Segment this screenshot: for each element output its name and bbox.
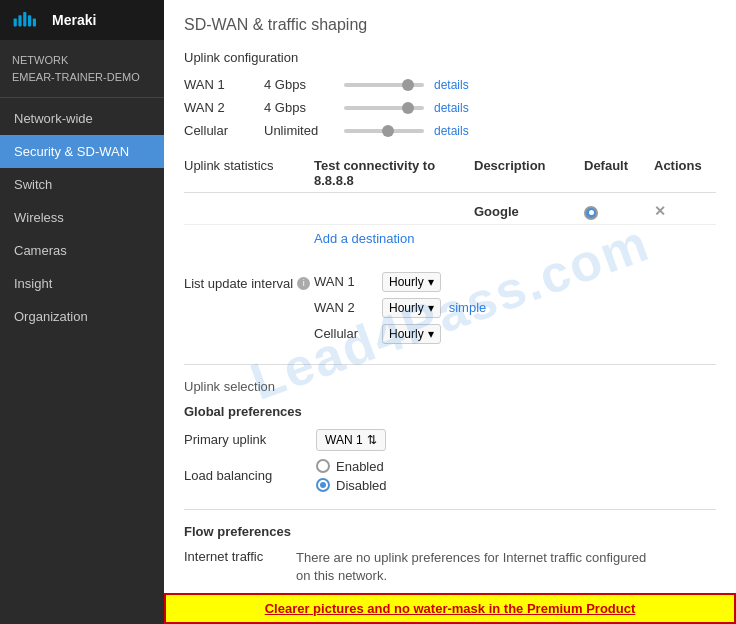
promo-text: Clearer pictures and no water-mask in th… (265, 601, 636, 616)
stats-test-col: Test connectivity to 8.8.8.8 (314, 158, 474, 188)
promo-banner: Clearer pictures and no water-mask in th… (164, 593, 736, 624)
uplink-row-wan1: WAN 1 4 Gbps details (184, 77, 716, 92)
wan2-details-link[interactable]: details (434, 101, 469, 115)
stats-actions-col: Actions (654, 158, 714, 173)
wan2-interval-dropdown[interactable]: Hourly ▾ (382, 298, 441, 318)
stats-header: Uplink statistics Test connectivity to 8… (184, 158, 716, 193)
wan1-interval-label: WAN 1 (314, 274, 374, 289)
uplink-sel-title: Uplink selection (184, 379, 716, 394)
disabled-radio[interactable] (316, 478, 330, 492)
sidebar-item-security-sd-wan[interactable]: Security & SD-WAN (0, 135, 164, 168)
sidebar-item-organization[interactable]: Organization (0, 300, 164, 333)
list-update-section: List update interval i WAN 1 Hourly ▾ WA… (184, 272, 716, 344)
sidebar-item-wireless[interactable]: Wireless (0, 201, 164, 234)
uplink-statistics-section: Uplink statistics Test connectivity to 8… (184, 158, 716, 252)
wan2-interval-row: WAN 2 Hourly ▾ simple (314, 298, 486, 318)
flow-pref-title: Flow preferences (184, 524, 716, 539)
wan2-interval-label: WAN 2 (314, 300, 374, 315)
simple-link[interactable]: simple (449, 300, 487, 315)
sidebar-divider (0, 97, 164, 98)
stats-desc-col: Description (474, 158, 584, 173)
add-destination-link[interactable]: Add a destination (314, 231, 414, 246)
load-enabled-option[interactable]: Enabled (316, 459, 387, 474)
wan2-speed: 4 Gbps (264, 100, 334, 115)
stats-data-row-google: Google ✕ (184, 199, 716, 225)
sidebar-item-network-wide[interactable]: Network-wide (0, 102, 164, 135)
cellular-interval-row: Cellular Hourly ▾ (314, 324, 486, 344)
uplink-config-title: Uplink configuration (184, 50, 716, 65)
global-pref-title: Global preferences (184, 404, 716, 419)
cellular-interval-dropdown[interactable]: Hourly ▾ (382, 324, 441, 344)
wan1-interval-row: WAN 1 Hourly ▾ (314, 272, 486, 292)
info-icon[interactable]: i (297, 277, 310, 290)
enabled-label: Enabled (336, 459, 384, 474)
load-balancing-label: Load balancing (184, 468, 304, 483)
svg-rect-2 (23, 12, 26, 26)
wan2-label: WAN 2 (184, 100, 254, 115)
default-radio[interactable] (584, 206, 598, 220)
internet-traffic-label: Internet traffic (184, 549, 284, 564)
network-label: NETWORK (12, 52, 152, 69)
cisco-logo-icon (12, 10, 44, 30)
uplink-row-cellular: Cellular Unlimited details (184, 123, 716, 138)
list-update-row: List update interval i WAN 1 Hourly ▾ WA… (184, 272, 716, 344)
disabled-label: Disabled (336, 478, 387, 493)
app-name: Meraki (52, 12, 96, 28)
svg-rect-0 (14, 18, 17, 26)
load-disabled-option[interactable]: Disabled (316, 478, 387, 493)
wan1-slider[interactable] (344, 83, 424, 87)
cellular-label: Cellular (184, 123, 254, 138)
network-name: EMEAR-TRAINER-DEMO (12, 69, 152, 86)
primary-uplink-row: Primary uplink WAN 1 ⇅ (184, 429, 716, 451)
google-desc: Google (474, 204, 584, 219)
sidebar: Meraki NETWORK EMEAR-TRAINER-DEMO Networ… (0, 0, 164, 624)
wan1-interval-dropdown[interactable]: Hourly ▾ (382, 272, 441, 292)
sidebar-item-cameras[interactable]: Cameras (0, 234, 164, 267)
primary-uplink-label: Primary uplink (184, 432, 304, 447)
svg-rect-1 (18, 15, 21, 26)
internet-traffic-row: Internet traffic There are no uplink pre… (184, 549, 716, 585)
uplink-config-section: Uplink configuration WAN 1 4 Gbps detail… (184, 50, 716, 138)
network-info: NETWORK EMEAR-TRAINER-DEMO (0, 40, 164, 93)
enabled-radio[interactable] (316, 459, 330, 473)
primary-uplink-select[interactable]: WAN 1 ⇅ (316, 429, 386, 451)
cellular-slider[interactable] (344, 129, 424, 133)
main-content: Lead4Pass.com SD-WAN & traffic shaping U… (164, 0, 736, 624)
stats-default-col: Default (584, 158, 654, 173)
cellular-details-link[interactable]: details (434, 124, 469, 138)
remove-icon[interactable]: ✕ (654, 203, 666, 219)
list-update-label: List update interval i (184, 272, 314, 291)
cellular-speed: Unlimited (264, 123, 334, 138)
load-balancing-row: Load balancing Enabled Disabled (184, 459, 716, 493)
wan1-label: WAN 1 (184, 77, 254, 92)
wan2-slider[interactable] (344, 106, 424, 110)
sidebar-item-insight[interactable]: Insight (0, 267, 164, 300)
svg-rect-3 (28, 15, 31, 26)
stats-label-col: Uplink statistics (184, 158, 314, 173)
list-update-rows: WAN 1 Hourly ▾ WAN 2 Hourly ▾ simple Cel… (314, 272, 486, 344)
load-balancing-options: Enabled Disabled (316, 459, 387, 493)
cellular-interval-label: Cellular (314, 326, 374, 341)
page-title: SD-WAN & traffic shaping (184, 16, 716, 34)
logo-bar: Meraki (0, 0, 164, 40)
flow-preferences-section: Flow preferences Internet traffic There … (184, 509, 716, 606)
svg-rect-4 (33, 18, 36, 26)
wan1-details-link[interactable]: details (434, 78, 469, 92)
wan1-speed: 4 Gbps (264, 77, 334, 92)
uplink-row-wan2: WAN 2 4 Gbps details (184, 100, 716, 115)
sidebar-item-switch[interactable]: Switch (0, 168, 164, 201)
uplink-selection-section: Uplink selection Global preferences Prim… (184, 364, 716, 493)
internet-traffic-desc: There are no uplink preferences for Inte… (296, 549, 656, 585)
